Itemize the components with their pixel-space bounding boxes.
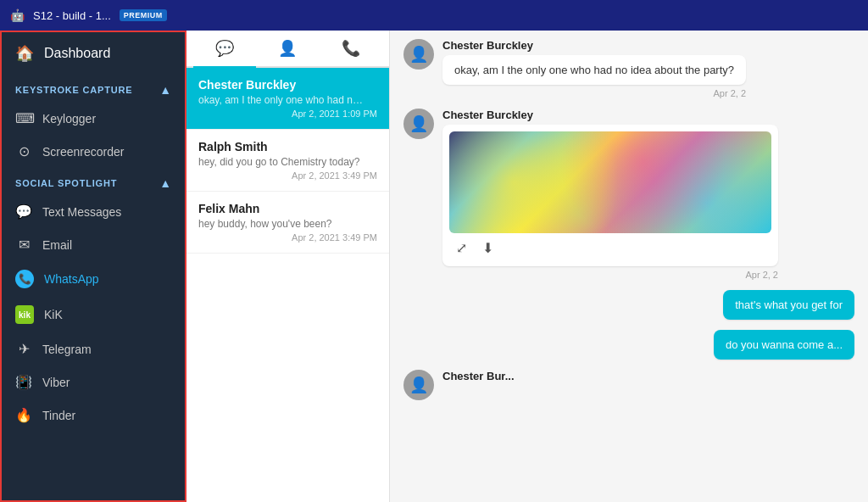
- social-chevron-icon: ▲: [159, 176, 171, 190]
- kik-icon: kik: [15, 305, 34, 324]
- device-title: S12 - build - 1...: [33, 9, 111, 22]
- content-area: 💬 👤 📞 Chester Burckley okay, am I the on…: [186, 31, 868, 502]
- expand-icon[interactable]: ⤢: [453, 238, 470, 258]
- keystroke-section: KEYSTROKE CAPTURE ▲: [2, 75, 185, 102]
- conv-chester-preview: okay, am I the only one who had no i...: [198, 94, 368, 106]
- msg-bubble-wrap-3: that's what you get for: [723, 290, 854, 320]
- msg-time-2: Apr 2, 2: [442, 270, 778, 280]
- avatar-chester-3: 👤: [403, 370, 434, 400]
- text-messages-icon: 💬: [15, 204, 32, 220]
- sidebar-item-kik[interactable]: kik KiK: [2, 297, 185, 332]
- sidebar-item-tinder[interactable]: 🔥 Tinder: [2, 399, 185, 432]
- conv-item-chester[interactable]: Chester Burckley okay, am I the only one…: [186, 68, 389, 130]
- keylogger-label: Keylogger: [42, 112, 96, 126]
- top-bar: 🤖 S12 - build - 1... PREMIUM: [0, 0, 868, 31]
- keystroke-section-header[interactable]: KEYSTROKE CAPTURE ▲: [15, 83, 171, 97]
- message-row-3: that's what you get for: [403, 290, 854, 320]
- party-image-visual: [449, 131, 771, 233]
- tinder-icon: 🔥: [15, 407, 32, 423]
- sidebar: 🏠 Dashboard KEYSTROKE CAPTURE ▲ ⌨ Keylog…: [0, 31, 186, 502]
- image-actions: ⤢ ⬇: [449, 233, 771, 259]
- message-detail: 👤 Chester Burckley okay, am I the only o…: [390, 31, 868, 502]
- message-row-5-partial: 👤 Chester Bur...: [403, 370, 854, 400]
- sidebar-item-screenrecorder[interactable]: ⊙ Screenrecorder: [2, 135, 185, 168]
- conv-ralph-preview: hey, did you go to Chemistry today?: [198, 156, 368, 168]
- email-label: Email: [42, 238, 72, 252]
- conversation-list: Chester Burckley okay, am I the only one…: [186, 68, 389, 502]
- tinder-label: Tinder: [42, 409, 75, 422]
- avatar-icon-3: 👤: [409, 376, 428, 394]
- msg-bubble-wrap-5: Chester Bur...: [442, 370, 515, 386]
- sidebar-item-telegram[interactable]: ✈ Telegram: [2, 332, 185, 365]
- contacts-tab-icon: 👤: [278, 39, 297, 58]
- msg-sender-5: Chester Bur...: [442, 370, 515, 382]
- conversation-panel: 💬 👤 📞 Chester Burckley okay, am I the on…: [186, 31, 390, 502]
- sidebar-item-dashboard[interactable]: 🏠 Dashboard: [2, 32, 185, 75]
- msg-bubble-wrap-2: Chester Burckley ⤢ ⬇ Apr 2, 2: [442, 109, 778, 280]
- conv-ralph-time: Apr 2, 2021 3:49 PM: [198, 170, 377, 181]
- telegram-label: Telegram: [42, 343, 92, 356]
- conv-item-felix[interactable]: Felix Mahn hey buddy, how you've been? A…: [186, 192, 389, 254]
- conv-ralph-name: Ralph Smith: [198, 140, 377, 153]
- msg-bubble-4: do you wanna come a...: [714, 330, 854, 360]
- message-row-2: 👤 Chester Burckley ⤢ ⬇ Apr 2, 2: [403, 109, 854, 280]
- conv-felix-time: Apr 2, 2021 3:49 PM: [198, 232, 377, 243]
- avatar-chester-1: 👤: [403, 39, 434, 70]
- msg-bubble-3: that's what you get for: [723, 290, 854, 320]
- sidebar-item-whatsapp[interactable]: 📞 WhatsApp: [2, 261, 185, 297]
- keyboard-icon: ⌨: [15, 110, 32, 126]
- conv-felix-name: Felix Mahn: [198, 202, 377, 215]
- tab-calls[interactable]: 📞: [320, 31, 382, 66]
- msg-bubble-wrap-1: Chester Burckley okay, am I the only one…: [442, 39, 746, 98]
- viber-label: Viber: [42, 376, 70, 389]
- sidebar-item-text-messages[interactable]: 💬 Text Messages: [2, 195, 185, 228]
- sidebar-item-viber[interactable]: 📳 Viber: [2, 365, 185, 399]
- sidebar-item-keylogger[interactable]: ⌨ Keylogger: [2, 102, 185, 135]
- conv-item-ralph[interactable]: Ralph Smith hey, did you go to Chemistry…: [186, 130, 389, 192]
- screenrecorder-icon: ⊙: [15, 143, 32, 159]
- msg-time-1: Apr 2, 2: [442, 88, 746, 98]
- sidebar-dashboard-label: Dashboard: [44, 46, 110, 61]
- whatsapp-label: WhatsApp: [44, 272, 99, 286]
- calls-tab-icon: 📞: [342, 39, 360, 58]
- social-section-header[interactable]: SOCIAL SPOTLIGHT ▲: [15, 176, 171, 190]
- main-layout: 🏠 Dashboard KEYSTROKE CAPTURE ▲ ⌨ Keylog…: [0, 31, 868, 502]
- message-row-1: 👤 Chester Burckley okay, am I the only o…: [403, 39, 854, 98]
- text-messages-label: Text Messages: [42, 205, 121, 219]
- msg-bubble-wrap-4: do you wanna come a...: [714, 330, 854, 360]
- android-icon: 🤖: [10, 8, 25, 22]
- avatar-icon-2: 👤: [409, 114, 428, 133]
- screenrecorder-label: Screenrecorder: [42, 145, 125, 159]
- message-row-4: do you wanna come a...: [403, 330, 854, 360]
- msg-sender-1: Chester Burckley: [442, 39, 746, 52]
- conv-chester-time: Apr 2, 2021 1:09 PM: [198, 109, 377, 119]
- whatsapp-icon: 📞: [15, 270, 34, 288]
- msg-sender-2: Chester Burckley: [442, 109, 778, 121]
- tab-messages[interactable]: 💬: [193, 31, 256, 66]
- telegram-icon: ✈: [15, 341, 32, 357]
- keystroke-chevron-icon: ▲: [159, 83, 171, 97]
- email-icon: ✉: [15, 237, 32, 253]
- avatar-chester-2: 👤: [403, 109, 434, 139]
- premium-badge: PREMIUM: [120, 9, 167, 21]
- download-icon[interactable]: ⬇: [479, 238, 497, 258]
- conv-felix-preview: hey buddy, how you've been?: [198, 218, 368, 230]
- kik-label: KiK: [44, 308, 63, 321]
- party-image: [449, 131, 771, 233]
- sidebar-item-email[interactable]: ✉ Email: [2, 228, 185, 261]
- social-section: SOCIAL SPOTLIGHT ▲: [2, 168, 185, 195]
- keystroke-section-title: KEYSTROKE CAPTURE: [15, 85, 132, 95]
- conversation-tabs: 💬 👤 📞: [186, 31, 389, 68]
- msg-bubble-1: okay, am I the only one who had no idea …: [442, 55, 746, 85]
- social-section-title: SOCIAL SPOTLIGHT: [15, 178, 117, 188]
- msg-image-bubble: ⤢ ⬇: [442, 125, 778, 266]
- messages-tab-icon: 💬: [215, 39, 234, 58]
- avatar-icon-1: 👤: [409, 45, 428, 64]
- tab-contacts[interactable]: 👤: [256, 31, 319, 66]
- viber-icon: 📳: [15, 374, 32, 390]
- conv-chester-name: Chester Burckley: [198, 78, 377, 92]
- home-icon: 🏠: [15, 44, 34, 63]
